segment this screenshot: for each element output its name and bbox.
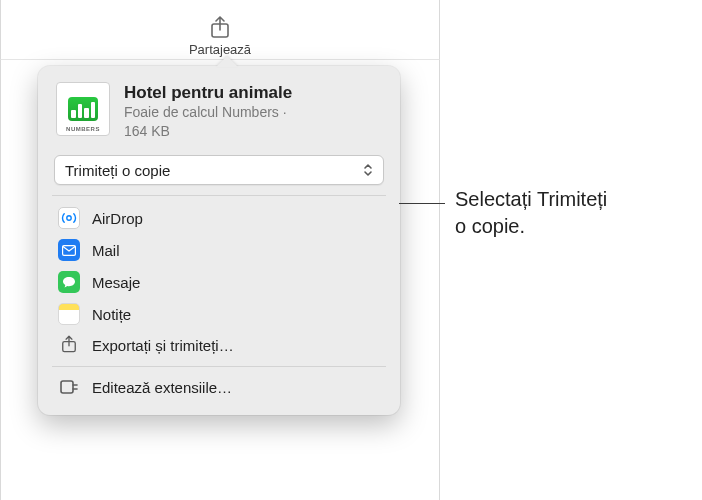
callout-text: Selectați Trimiteți o copie.	[455, 186, 607, 240]
updown-chevron-icon	[359, 160, 377, 180]
share-footer: Editează extensiile…	[38, 367, 400, 407]
airdrop-icon	[58, 207, 80, 229]
document-title: Hotel pentru animale	[124, 82, 292, 103]
svg-rect-4	[61, 381, 73, 393]
edit-extensions-label: Editează extensiile…	[92, 379, 232, 396]
messages-icon	[58, 271, 80, 293]
share-icon	[209, 16, 231, 40]
send-copy-label: Trimiteți o copie	[65, 162, 170, 179]
share-item-label: Exportați și trimiteți…	[92, 337, 234, 354]
share-item-label: AirDrop	[92, 210, 143, 227]
notes-icon	[58, 303, 80, 325]
document-size: 164 KB	[124, 122, 292, 141]
share-popover: NUMBERS Hotel pentru animale Foaie de ca…	[38, 66, 400, 415]
edit-extensions[interactable]: Editează extensiile…	[38, 373, 400, 401]
callout-line2: o copie.	[455, 213, 607, 240]
share-button[interactable]: Partajează	[189, 16, 251, 57]
document-info: Hotel pentru animale Foaie de calcul Num…	[124, 82, 292, 141]
document-type: Foaie de calcul Numbers ·	[124, 103, 292, 122]
thumb-app-tag: NUMBERS	[66, 126, 100, 132]
share-item-label: Mail	[92, 242, 120, 259]
share-item-notes[interactable]: Notițe	[38, 298, 400, 330]
share-item-airdrop[interactable]: AirDrop	[38, 202, 400, 234]
document-header: NUMBERS Hotel pentru animale Foaie de ca…	[38, 82, 400, 155]
share-item-mail[interactable]: Mail	[38, 234, 400, 266]
share-item-label: Notițe	[92, 306, 131, 323]
extensions-icon	[58, 378, 80, 396]
share-label: Partajează	[189, 42, 251, 57]
share-item-messages[interactable]: Mesaje	[38, 266, 400, 298]
export-icon	[58, 335, 80, 355]
share-item-export[interactable]: Exportați și trimiteți…	[38, 330, 400, 360]
mail-icon	[58, 239, 80, 261]
send-copy-select[interactable]: Trimiteți o copie	[54, 155, 384, 185]
document-thumbnail: NUMBERS	[56, 82, 110, 136]
share-item-label: Mesaje	[92, 274, 140, 291]
svg-point-1	[67, 216, 71, 220]
share-destinations: AirDrop Mail Mesaje Notițe	[38, 196, 400, 366]
toolbar: Partajează	[0, 0, 440, 60]
callout-line1: Selectați Trimiteți	[455, 186, 607, 213]
callout-pointer	[399, 203, 445, 204]
